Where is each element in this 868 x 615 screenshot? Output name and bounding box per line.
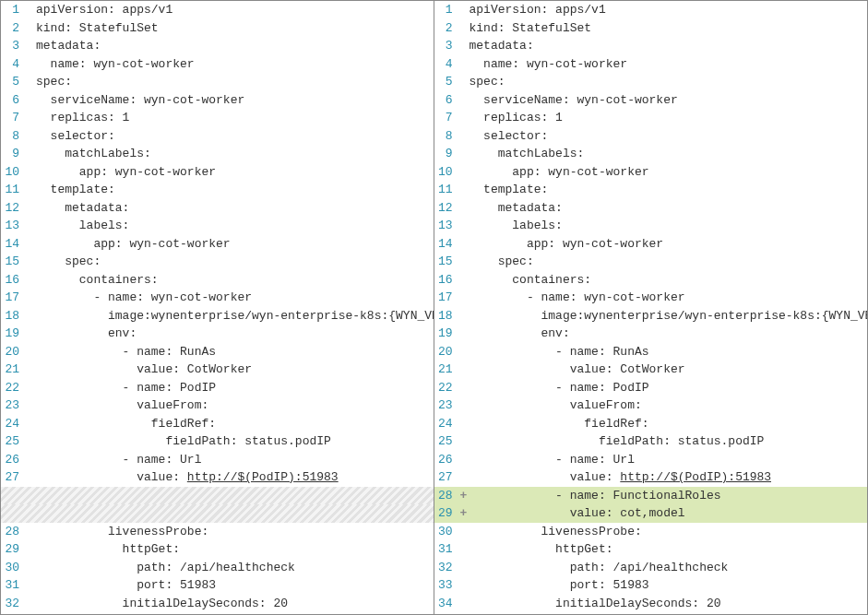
code-line[interactable]: 15 spec: xyxy=(434,253,868,271)
code-line[interactable]: 13 labels: xyxy=(1,217,434,235)
code-line[interactable]: 31 port: 51983 xyxy=(1,576,434,595)
code-line[interactable]: 19 env: xyxy=(1,325,434,343)
code-line[interactable]: 26 - name: Url xyxy=(434,451,868,469)
code-line[interactable]: 30 livenessProbe: xyxy=(434,523,868,541)
code-text: initialDelaySeconds: 20 xyxy=(470,595,721,613)
diff-pane-right[interactable]: 1apiVersion: apps/v12kind: StatefulSet3m… xyxy=(434,1,868,614)
code-line[interactable]: 33 port: 51983 xyxy=(434,576,868,595)
code-line[interactable]: 5spec: xyxy=(434,73,868,91)
line-marker xyxy=(460,307,470,325)
code-line[interactable]: 23 valueFrom: xyxy=(434,396,868,415)
code-line[interactable]: 2kind: StatefulSet xyxy=(1,19,434,38)
code-line[interactable]: 20 - name: RunAs xyxy=(1,343,434,361)
code-line[interactable]: 4 name: wyn-cot-worker xyxy=(434,55,868,74)
code-line[interactable]: 5spec: xyxy=(1,73,434,91)
code-line[interactable]: 27 value: http://$(PodIP):51983 xyxy=(434,468,868,487)
line-marker xyxy=(460,559,470,577)
line-number: 20 xyxy=(1,343,27,361)
line-marker xyxy=(27,145,36,163)
code-line[interactable]: 14 app: wyn-cot-worker xyxy=(1,235,434,254)
line-number: 17 xyxy=(434,289,460,307)
code-line[interactable]: 29+ value: cot,model xyxy=(434,504,868,523)
code-line[interactable]: 17 - name: wyn-cot-worker xyxy=(434,289,868,307)
code-line[interactable]: 21 value: CotWorker xyxy=(434,361,868,379)
code-text: apiVersion: apps/v1 xyxy=(36,1,172,19)
placeholder-line[interactable] xyxy=(1,504,434,523)
code-line[interactable]: 15 spec: xyxy=(1,253,434,271)
line-number: 26 xyxy=(434,451,460,469)
code-line[interactable]: 3metadata: xyxy=(1,37,434,55)
code-line[interactable]: 8 selector: xyxy=(1,127,434,146)
code-line[interactable]: 20 - name: RunAs xyxy=(434,343,868,361)
code-line[interactable]: 34 initialDelaySeconds: 20 xyxy=(434,595,868,613)
line-number: 22 xyxy=(434,379,460,397)
code-text: app: wyn-cot-worker xyxy=(36,163,216,182)
code-line[interactable]: 17 - name: wyn-cot-worker xyxy=(1,289,434,307)
code-line[interactable]: 35 periodSeconds: 3 xyxy=(434,612,868,614)
code-line[interactable]: 21 value: CotWorker xyxy=(1,361,434,379)
code-line[interactable]: 6 serviceName: wyn-cot-worker xyxy=(1,91,434,110)
code-line[interactable]: 1apiVersion: apps/v1 xyxy=(434,1,868,19)
code-line[interactable]: 31 httpGet: xyxy=(434,540,868,559)
code-line[interactable]: 33 periodSeconds: 3 xyxy=(1,612,434,614)
code-line[interactable]: 24 fieldRef: xyxy=(1,415,434,433)
line-marker xyxy=(460,576,470,595)
placeholder-line[interactable] xyxy=(1,487,434,505)
code-line[interactable]: 32 path: /api/healthcheck xyxy=(434,559,868,577)
code-line[interactable]: 2kind: StatefulSet xyxy=(434,19,868,38)
code-line[interactable]: 7 replicas: 1 xyxy=(434,109,868,127)
code-line[interactable]: 7 replicas: 1 xyxy=(1,109,434,127)
line-number: 30 xyxy=(434,523,460,541)
line-number: 6 xyxy=(434,91,460,110)
code-line[interactable]: 4 name: wyn-cot-worker xyxy=(1,55,434,74)
code-line[interactable]: 28 livenessProbe: xyxy=(1,523,434,541)
code-line[interactable]: 29 httpGet: xyxy=(1,540,434,559)
code-line[interactable]: 19 env: xyxy=(434,325,868,343)
code-line[interactable]: 11 template: xyxy=(1,181,434,199)
code-line[interactable]: 11 template: xyxy=(434,181,868,199)
code-line[interactable]: 14 app: wyn-cot-worker xyxy=(434,235,868,254)
code-line[interactable]: 12 metadata: xyxy=(1,199,434,218)
code-line[interactable]: 22 - name: PodIP xyxy=(434,379,868,397)
code-line[interactable]: 3metadata: xyxy=(434,37,868,55)
code-line[interactable]: 24 fieldRef: xyxy=(434,415,868,433)
code-line[interactable]: 10 app: wyn-cot-worker xyxy=(434,163,868,182)
line-marker xyxy=(27,55,36,74)
code-line[interactable]: 28+ - name: FunctionalRoles xyxy=(434,487,868,505)
code-text: template: xyxy=(36,181,115,199)
code-line[interactable]: 6 serviceName: wyn-cot-worker xyxy=(434,91,868,110)
code-line[interactable]: 10 app: wyn-cot-worker xyxy=(1,163,434,182)
line-number: 3 xyxy=(434,37,460,55)
code-line[interactable]: 25 fieldPath: status.podIP xyxy=(434,432,868,451)
code-line[interactable]: 30 path: /api/healthcheck xyxy=(1,559,434,577)
code-line[interactable]: 13 labels: xyxy=(434,217,868,235)
code-line[interactable]: 9 matchLabels: xyxy=(1,145,434,163)
code-text: replicas: 1 xyxy=(470,109,563,127)
code-text: path: /api/healthcheck xyxy=(470,559,729,577)
code-line[interactable]: 18 image:wynenterprise/wyn-enterprise-k8… xyxy=(434,307,868,325)
code-line[interactable]: 16 containers: xyxy=(1,271,434,290)
code-line[interactable]: 9 matchLabels: xyxy=(434,145,868,163)
line-number: 14 xyxy=(434,235,460,254)
code-line[interactable]: 26 - name: Url xyxy=(1,451,434,469)
line-number: 12 xyxy=(434,199,460,218)
line-marker xyxy=(460,432,470,451)
code-line[interactable]: 8 selector: xyxy=(434,127,868,146)
line-number: 9 xyxy=(434,145,460,163)
line-number: 27 xyxy=(1,468,27,487)
code-line[interactable]: 32 initialDelaySeconds: 20 xyxy=(1,595,434,613)
code-line[interactable]: 12 metadata: xyxy=(434,199,868,218)
code-text: serviceName: wyn-cot-worker xyxy=(470,91,678,110)
code-line[interactable]: 16 containers: xyxy=(434,271,868,290)
diff-pane-left[interactable]: 1apiVersion: apps/v12kind: StatefulSet3m… xyxy=(1,1,434,614)
line-number: 23 xyxy=(434,396,460,415)
code-line[interactable]: 22 - name: PodIP xyxy=(1,379,434,397)
code-text: name: wyn-cot-worker xyxy=(470,55,628,74)
line-number: 16 xyxy=(434,271,460,290)
line-marker xyxy=(460,217,470,235)
code-line[interactable]: 18 image:wynenterprise/wyn-enterprise-k8… xyxy=(1,307,434,325)
code-line[interactable]: 27 value: http://$(PodIP):51983 xyxy=(1,468,434,487)
code-line[interactable]: 1apiVersion: apps/v1 xyxy=(1,1,434,19)
code-line[interactable]: 23 valueFrom: xyxy=(1,396,434,415)
code-line[interactable]: 25 fieldPath: status.podIP xyxy=(1,432,434,451)
